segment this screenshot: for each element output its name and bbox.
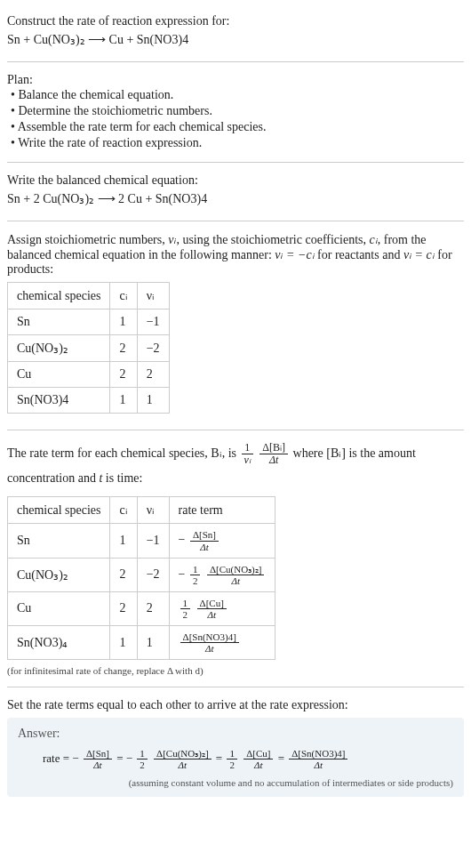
eq: νᵢ = cᵢ [403,248,435,261]
final-heading: Set the rate terms equal to each other t… [7,698,464,712]
cell: 1 [110,524,137,558]
table-row: Cu 2 2 1 2 Δ[Cu] Δt [8,591,275,625]
cell: 2 [110,558,137,591]
cell: −1 [137,309,169,335]
num: 1 [180,598,191,609]
table-row: Sn 1 −1 [8,309,170,335]
den: Δt [154,760,211,770]
answer-note: (assuming constant volume and no accumul… [18,770,453,788]
table-row: Sn(NO3)₄ 1 1 Δ[Sn(NO3)4] Δt [8,626,275,660]
stoich-table: chemical species cᵢ νᵢ Sn 1 −1 Cu(NO₃)₂ … [7,282,170,414]
den: 2 [227,760,237,770]
table-row: Sn 1 −1 − Δ[Sn] Δt [8,524,275,558]
col-ci: cᵢ [110,283,137,309]
frac: Δ[Sn] Δt [84,748,112,770]
num: Δ[Bᵢ] [259,442,288,454]
table-row: Cu 2 2 [8,362,170,388]
cell: 2 [110,335,137,362]
col-nui: νᵢ [137,497,169,524]
frac-inv-nu: 1 νᵢ [242,442,253,466]
col-species: chemical species [8,497,110,524]
rate-term-table: chemical species cᵢ νᵢ rate term Sn 1 −1… [7,496,275,660]
text: for reactants and [315,248,403,261]
divider [7,430,464,430]
cell: 2 [110,591,137,625]
cell: 1 [137,388,169,414]
cell: Cu(NO₃)₂ [8,335,110,362]
num: Δ[Cu] [197,598,227,609]
text: , using the stoichiometric coefficients, [176,233,369,246]
eq: = [278,751,288,765]
neg: − [179,533,186,546]
plan-item: • Balance the chemical equation. [11,87,464,103]
cell: 2 [137,362,169,388]
frac: Δ[Sn(NO3)4] Δt [180,631,239,654]
final-section: Set the rate terms equal to each other t… [7,691,464,804]
col-ci: cᵢ [110,497,137,524]
divider [7,221,464,221]
rate-term-text: The rate term for each chemical species,… [7,441,464,491]
text: The rate term for each chemical species,… [7,446,240,460]
plan-heading: Plan: [7,73,464,87]
frac: Δ[Sn] Δt [190,529,219,551]
divider [7,61,464,62]
coef-frac: 1 2 [190,564,201,586]
frac: Δ[Cu(NO₃)₂] Δt [154,748,211,770]
num: Δ[Cu(NO₃)₂] [207,564,264,575]
cell: 1 [137,626,169,660]
cell: Sn [8,309,110,335]
eq: νᵢ = −cᵢ [275,248,314,261]
den: Δt [259,454,288,466]
num: Δ[Sn] [84,748,112,760]
eq: = − [116,751,132,765]
table-row: Sn(NO3)4 1 1 [8,388,170,414]
neg: − [179,567,186,580]
rate-term-cell: Δ[Sn(NO3)4] Δt [169,626,275,660]
frac: Δ[Cu] Δt [197,598,227,620]
cell: 1 [110,309,137,335]
c-i: cᵢ [370,233,378,246]
rate-term-cell: 1 2 Δ[Cu] Δt [169,591,275,625]
plan-list: • Balance the chemical equation. • Deter… [7,87,464,151]
coef-frac: 1 2 [227,748,237,770]
stoich-section: Assign stoichiometric numbers, νᵢ, using… [7,225,464,426]
cell: Sn(NO3)4 [8,388,110,414]
cell: −2 [137,335,169,362]
divider [7,687,464,687]
frac: Δ[Sn(NO3)4] Δt [289,748,347,770]
num: Δ[Cu(NO₃)₂] [154,748,211,760]
rate-term-note: (for infinitesimal rate of change, repla… [7,665,464,676]
cell: Cu [8,591,110,625]
stoich-text: Assign stoichiometric numbers, νᵢ, using… [7,232,464,277]
cell: 2 [137,591,169,625]
answer-label: Answer: [18,727,453,741]
frac-dB-dt: Δ[Bᵢ] Δt [259,442,288,466]
intro-prompt: Construct the rate of reaction expressio… [7,14,464,28]
den: Δt [180,643,239,654]
den: Δt [207,575,264,586]
num: Δ[Cu] [243,748,273,760]
cell: −2 [137,558,169,591]
den: Δt [243,760,273,770]
cell: Sn [8,524,110,558]
rate-term-cell: − Δ[Sn] Δt [169,524,275,558]
coef-frac: 1 2 [180,598,191,620]
rate-expression: rate = − Δ[Sn] Δt = − 1 2 Δ[Cu(NO₃)₂] Δt… [18,748,453,770]
cell: Cu(NO₃)₂ [8,558,110,591]
balanced-heading: Write the balanced chemical equation: [7,173,464,188]
balanced-section: Write the balanced chemical equation: Sn… [7,166,464,217]
den: νᵢ [242,454,253,466]
rate-term-cell: − 1 2 Δ[Cu(NO₃)₂] Δt [169,558,275,591]
num: Δ[Sn(NO3)4] [180,631,239,643]
den: Δt [197,609,227,620]
num: 1 [190,564,201,575]
col-species: chemical species [8,283,110,309]
num: Δ[Sn(NO3)4] [289,748,347,760]
col-rate: rate term [169,497,275,524]
intro-section: Construct the rate of reaction expressio… [7,7,464,58]
plan-item: • Write the rate of reaction expression. [11,135,464,151]
plan-section: Plan: • Balance the chemical equation. •… [7,66,464,158]
num: 1 [137,748,148,760]
coef-frac: 1 2 [137,748,148,770]
eq: = [216,751,226,765]
